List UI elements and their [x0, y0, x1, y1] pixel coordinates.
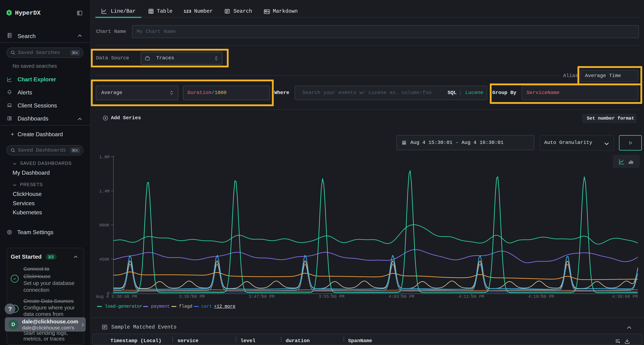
svg-text:1.4M: 1.4M: [99, 189, 110, 194]
svg-text:900K: 900K: [99, 223, 110, 228]
svg-text:4:30:00 PM: 4:30:00 PM: [612, 294, 638, 299]
svg-text:4:11:00 PM: 4:11:00 PM: [458, 294, 484, 299]
svg-text:1.8M: 1.8M: [99, 155, 110, 160]
svg-text:3:55:00 PM: 3:55:00 PM: [318, 294, 344, 299]
svg-text:450K: 450K: [99, 257, 110, 262]
svg-text:3:47:00 PM: 3:47:00 PM: [249, 294, 274, 299]
svg-text:4:03:00 PM: 4:03:00 PM: [388, 294, 414, 299]
svg-text:Aug 4 3:30:00 PM: Aug 4 3:30:00 PM: [96, 294, 137, 299]
svg-text:4:19:00 PM: 4:19:00 PM: [528, 294, 554, 299]
svg-text:3:39:00 PM: 3:39:00 PM: [179, 294, 205, 299]
